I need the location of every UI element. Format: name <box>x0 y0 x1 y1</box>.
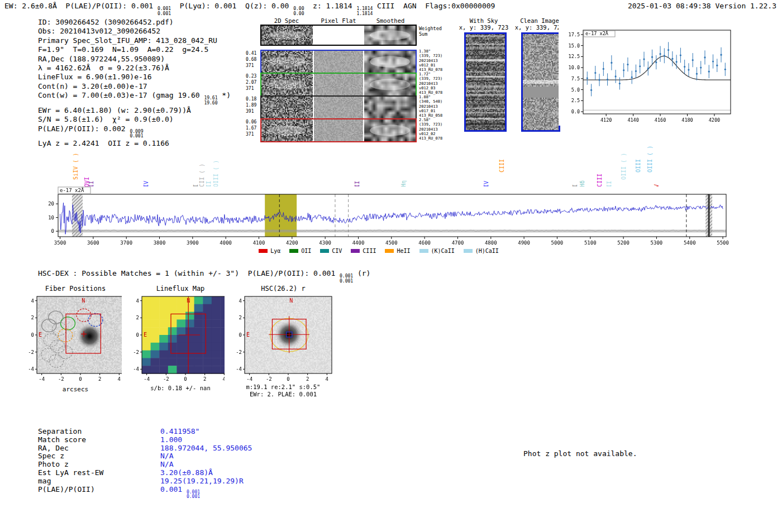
info-line: S/N = 5.8(±1.6) χ² = 0.9(±0.0) <box>38 115 231 124</box>
info-text: Cont(w) = 7.00(±0.03)e-17 (gmag 19.60 <box>38 91 204 99</box>
match-field-label: mag <box>38 477 160 486</box>
info-uncertainty: 19.6119.60 <box>204 96 217 106</box>
spec2d-row-image <box>260 73 417 97</box>
legend-item: OII <box>289 248 311 254</box>
info-line: F=1.9" T=0.169 N=1.09 A=0.22 g=24.5 <box>38 45 231 54</box>
info-text: RA,Dec (188.972244,55.950089) <box>38 55 165 63</box>
hscdex-header: HSC-DEX : Possible Matches = 1 (within +… <box>38 269 370 284</box>
info-line: EWr = 6.40(±1.80) (w: 2.90(±0.79))Å <box>38 106 231 115</box>
hscdex-text: HSC-DEX : Possible Matches = 1 (within +… <box>38 269 340 277</box>
legend-swatch <box>289 249 298 253</box>
header-text: CIII AGN Flags:0x00000009 <box>373 2 495 10</box>
info-text: LineFlux = 6.90(±1.90)e-16 <box>38 73 152 81</box>
uncertainty-lo: 0.00 <box>293 12 304 17</box>
spec2d-row-image <box>260 25 417 46</box>
spec2d-row-annotation: 2.58"(339, 723)20210413v012_02413_RU_078 <box>419 118 446 141</box>
spec2d-row-image <box>260 50 417 74</box>
elixer-report-page: EW: 2.6±0.8Å P(LAE)/P(OII): 0.001 0.0010… <box>0 0 782 532</box>
legend-label: (H)CaII <box>475 248 499 254</box>
info-line: LineFlux = 6.90(±1.90)e-16 <box>38 73 231 82</box>
hsc-cutout-title: HSC(26.2) r <box>225 285 342 293</box>
uncertainty-lo: 1.1814 <box>356 12 373 17</box>
legend-item: HeII <box>385 248 410 254</box>
emission-line-label: OIII ( ) <box>213 160 219 187</box>
legend-swatch <box>419 249 428 253</box>
legend-swatch <box>320 249 329 253</box>
info-line: Cont(n) = 3.20(±0.00)e-17 <box>38 82 231 91</box>
fiber-positions-plot <box>17 294 134 385</box>
emission-line-label: OIII ( ) <box>647 146 653 172</box>
spectrum-legend: LyαOIICIVCIIIHeII(K)CaII(H)CaII <box>0 248 757 254</box>
match-field-value: N/A <box>160 452 173 460</box>
legend-label: Lyα <box>270 248 280 254</box>
match-field-label: Match score <box>38 436 160 444</box>
timestamp-version: 2025-01-03 08:49:38 Version 1.22.3 <box>628 2 776 10</box>
legend-item: CIV <box>320 248 342 254</box>
emission-line-label: CIII <box>499 159 505 172</box>
spec2d-row-stats: 0.410.68371 <box>246 51 259 69</box>
match-field-label: Spec z <box>38 452 160 461</box>
withsky-coords: x, y: 339, 723 <box>458 24 509 31</box>
summary-header: EW: 2.6±0.8Å P(LAE)/P(OII): 0.001 0.0010… <box>4 2 495 17</box>
fiber-positions-title: Fiber Positions <box>17 285 134 293</box>
match-row: P(LAE)/P(OII)0.001 0.0010.001 <box>38 486 252 500</box>
match-field-value: 1.000 <box>160 435 182 444</box>
lineflux-map-title: Lineflux Map <box>122 285 239 293</box>
legend-item: Lyα <box>259 248 280 254</box>
spec2d-col-title: Pixel Flat <box>313 17 364 24</box>
match-row: Spec zN/A <box>38 452 252 461</box>
legend-item: (K)CaII <box>419 248 455 254</box>
match-table: Separation0.411958"Match score1.000RA, D… <box>38 428 252 500</box>
info-text: F=1.9" T=0.169 N=1.09 A=0.22 g=24.5 <box>38 45 208 54</box>
detection-info-block: ID: 3090266452 (3090266452.pdf)Obs: 2021… <box>38 18 231 148</box>
info-line: ID: 3090266452 (3090266452.pdf) <box>38 18 231 27</box>
match-field-value: 19.25(19.21,19.29)R <box>160 477 244 485</box>
info-text: Primary Spec_Slot_IFU_AMP: 413_028_042_R… <box>38 36 217 45</box>
clean-image <box>521 32 560 132</box>
spectrum-plot <box>32 186 733 247</box>
spec2d-row-stats: 0.232.07371 <box>246 74 259 92</box>
match-row: RA, Dec188.972044, 55.950065 <box>38 444 252 453</box>
hscdex-text: (r) <box>353 269 370 277</box>
hsc-caption-1: m:19.1 re:2.1" s:0.5" <box>225 384 342 390</box>
info-text: ID: 3090266452 (3090266452.pdf) <box>38 18 174 26</box>
match-field-value: N/A <box>160 460 173 468</box>
lineflux-caption: s/b: 0.18 +/- nan <box>122 385 239 391</box>
match-row: Est LyA rest-EW3.20(±0.88)Å <box>38 469 252 477</box>
emission-line-label: OVI <box>84 177 90 187</box>
match-row: mag19.25(19.21,19.29)R <box>38 477 252 486</box>
legend-swatch <box>385 249 394 253</box>
info-line: Obs: 20210413v012_3090266452 <box>38 27 231 36</box>
lineflux-map-plot <box>122 294 239 385</box>
legend-label: HeII <box>397 248 410 254</box>
match-field-value: 0.411958" <box>160 427 199 435</box>
weighted-sum-label: WeightedSum <box>419 26 446 37</box>
emission-line-label: SiIV ( ) <box>73 153 79 180</box>
uncertainty-lo: 0.001 <box>130 134 143 139</box>
info-uncertainty: 0.0090.001 <box>130 130 143 140</box>
legend-item: CIII <box>351 248 376 254</box>
header-uncertainty: 1.18141.1814 <box>356 7 373 17</box>
spec2d-row-stats: 0.181.89391 <box>246 97 259 114</box>
legend-swatch <box>464 249 473 253</box>
match-field-label: Est LyA rest-EW <box>38 469 160 477</box>
info-text: EWr = 6.40(±1.80) (w: 2.90(±0.79))Å <box>38 106 191 114</box>
uncertainty-lo: 0.001 <box>187 495 200 500</box>
emission-line-label: CII ( ) <box>199 164 205 187</box>
uncertainty-lo: 0.001 <box>158 12 171 17</box>
match-field-label: P(LAE)/P(OII) <box>38 486 160 494</box>
match-field-value: 188.972044, 55.950065 <box>160 444 252 452</box>
spec2d-row-image <box>260 95 417 119</box>
info-line: P(LAE)/P(OII): 0.002 0.0090.001 <box>38 124 231 140</box>
match-field-label: Photo z <box>38 461 160 469</box>
emission-line-label: OIII ( ) <box>621 153 627 180</box>
legend-label: CIV <box>332 248 342 254</box>
emission-line-label: OIII <box>636 159 641 172</box>
match-value-uncertainty: 0.0010.001 <box>187 490 200 500</box>
withsky-title: With Sky <box>458 17 509 24</box>
info-line: RA,Dec (188.972244,55.950089) <box>38 55 231 64</box>
header-text: z: 1.1814 <box>304 2 356 10</box>
spec2d-row-annotation: 1.72"(339, 723)20210413v012_03413_RU_078 <box>419 72 446 95</box>
header-uncertainty: 0.000.00 <box>293 7 304 17</box>
uncertainty-lo: 0.001 <box>340 279 353 284</box>
